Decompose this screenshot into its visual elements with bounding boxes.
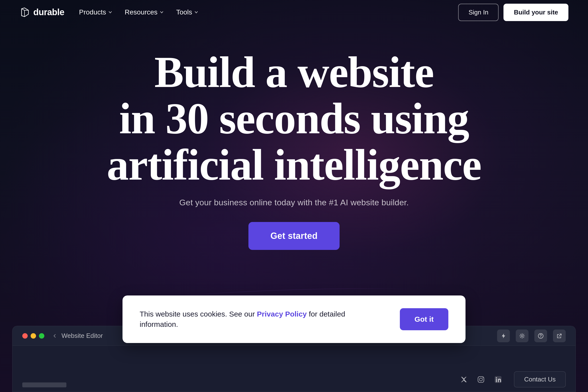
nav-right: Sign In Build your site xyxy=(458,4,568,21)
dot-red xyxy=(22,333,28,338)
help-icon xyxy=(538,333,544,339)
chevron-down-icon xyxy=(108,10,112,14)
hero-title: Build a website in 30 seconds using arti… xyxy=(107,49,481,188)
durable-logo-icon xyxy=(20,7,30,18)
help-icon-button[interactable] xyxy=(534,330,547,342)
hero-section: Build a website in 30 seconds using arti… xyxy=(0,24,588,250)
editor-title: Website Editor xyxy=(52,332,103,340)
get-started-button[interactable]: Get started xyxy=(248,222,340,250)
navbar: durable Products Resources Tools xyxy=(0,0,588,24)
linkedin-icon[interactable] xyxy=(492,374,504,386)
social-icons xyxy=(458,374,504,386)
svg-point-0 xyxy=(521,335,523,337)
hero-subtitle: Get your business online today with the … xyxy=(179,198,409,207)
nav-tools[interactable]: Tools xyxy=(176,8,198,16)
nav-left: durable Products Resources Tools xyxy=(20,7,198,18)
back-icon[interactable] xyxy=(52,333,58,339)
editor-placeholder xyxy=(22,382,66,387)
svg-point-8 xyxy=(496,377,497,378)
contact-us-button[interactable]: Contact Us xyxy=(514,372,566,387)
external-link-icon xyxy=(556,333,562,339)
hero-title-line2: in 30 seconds using xyxy=(119,94,469,143)
got-it-button[interactable]: Got it xyxy=(400,308,448,330)
signin-button[interactable]: Sign In xyxy=(458,4,498,21)
cookie-message-prefix: This website uses cookies. See our xyxy=(140,310,257,318)
nav-products[interactable]: Products xyxy=(79,8,113,16)
logo-text: durable xyxy=(33,7,64,18)
svg-point-4 xyxy=(480,378,482,381)
nav-links: Products Resources Tools xyxy=(79,8,199,16)
lightning-icon-button[interactable] xyxy=(497,330,510,342)
editor-right-icons xyxy=(497,330,566,342)
external-link-icon-button[interactable] xyxy=(553,330,566,342)
twitter-icon[interactable] xyxy=(458,374,470,386)
build-site-button[interactable]: Build your site xyxy=(504,4,568,21)
hero-title-line1: Build a website xyxy=(154,48,434,96)
chevron-down-icon xyxy=(194,10,198,14)
chevron-down-icon xyxy=(160,10,164,14)
cookie-text: This website uses cookies. See our Priva… xyxy=(140,309,385,330)
dot-yellow xyxy=(30,333,36,338)
instagram-icon[interactable] xyxy=(475,374,487,386)
privacy-policy-link[interactable]: Privacy Policy xyxy=(257,310,307,318)
lightning-icon xyxy=(500,333,507,339)
dot-green xyxy=(39,333,44,338)
svg-rect-7 xyxy=(496,379,497,382)
window-controls xyxy=(22,333,44,338)
editor-content: Contact Us xyxy=(12,346,576,392)
settings-icon xyxy=(519,333,525,339)
logo[interactable]: durable xyxy=(20,7,64,18)
settings-icon-button[interactable] xyxy=(516,330,528,342)
svg-point-2 xyxy=(540,337,541,337)
privacy-policy-text: Privacy Policy xyxy=(257,310,307,318)
cookie-banner: This website uses cookies. See our Priva… xyxy=(122,296,466,343)
svg-point-5 xyxy=(482,377,483,378)
hero-title-line3: artificial intelligence xyxy=(107,140,481,189)
nav-resources[interactable]: Resources xyxy=(125,8,164,16)
